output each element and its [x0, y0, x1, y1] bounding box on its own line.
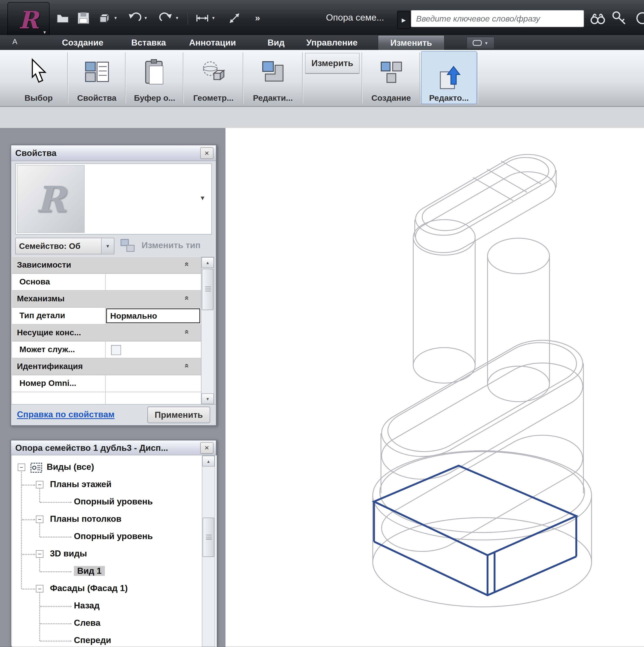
sign-in-button[interactable]	[611, 10, 627, 26]
open-button[interactable]	[55, 10, 71, 26]
tree-item-views[interactable]: − Виды (все)	[12, 459, 202, 476]
drawing-area[interactable]	[225, 128, 644, 647]
toolbar-divider	[188, 12, 189, 25]
tree-item-left[interactable]: Слева	[12, 615, 202, 632]
property-row[interactable]: Тип детали Нормально	[12, 307, 201, 325]
search-input[interactable]	[411, 10, 584, 27]
panel-divider	[302, 53, 303, 104]
undo-button[interactable]	[126, 10, 143, 26]
ribbon-panel-measure: Измерить	[303, 50, 361, 105]
properties-scrollbar[interactable]: ▲ ▼	[201, 257, 214, 405]
apply-button[interactable]: Применить	[147, 407, 210, 423]
chevron-down-icon[interactable]: ▼	[211, 16, 216, 20]
property-group[interactable]: Несущие конс... «	[12, 325, 201, 341]
expander-icon[interactable]: −	[36, 585, 43, 592]
property-group[interactable]: Механизмы «	[12, 291, 201, 307]
undo-icon	[127, 11, 142, 25]
properties-palette-title[interactable]: Свойства	[11, 145, 216, 161]
revit-logo: R	[18, 6, 39, 34]
chevron-down-icon[interactable]: ▼	[144, 16, 148, 20]
measure-panel-header[interactable]: Измерить	[305, 53, 360, 74]
property-row-partial	[12, 392, 201, 405]
scrollbar-thumb[interactable]	[202, 269, 214, 310]
geometry-button[interactable]	[185, 52, 242, 92]
views-icon	[30, 462, 43, 473]
collapse-chevron-icon[interactable]: «	[183, 330, 192, 334]
create-button[interactable]	[363, 52, 419, 92]
property-row[interactable]: Может служ...	[12, 341, 201, 358]
tree-item-elevations[interactable]: − Фасады (Фасад 1)	[12, 580, 202, 597]
browser-scrollbar[interactable]: ▲	[202, 455, 215, 647]
redo-button[interactable]	[158, 10, 174, 26]
tree-item-ref-level-2[interactable]: Опорный уровень	[12, 528, 202, 545]
select-button[interactable]	[10, 52, 67, 92]
collapse-chevron-icon[interactable]: «	[183, 262, 192, 267]
expander-icon[interactable]: −	[36, 481, 43, 488]
account-button[interactable]	[633, 10, 644, 26]
property-group[interactable]: Зависимости «	[12, 257, 201, 274]
expand-toolbar-button[interactable]: »	[249, 10, 266, 26]
application-menu-button[interactable]: R ▼	[7, 2, 50, 39]
tree-item-3d-views[interactable]: − 3D виды	[12, 545, 202, 563]
chevron-down-icon[interactable]: ▼	[114, 16, 118, 20]
property-row[interactable]: Основа	[12, 274, 201, 290]
expander-icon[interactable]: −	[18, 463, 25, 471]
expander-icon[interactable]: −	[36, 515, 43, 523]
ribbon-panel-select: Выбор	[10, 50, 67, 105]
tree-item-ref-level[interactable]: Опорный уровень	[12, 493, 202, 511]
save-icon	[76, 11, 91, 25]
measure-tool-button[interactable]	[226, 10, 242, 26]
detail-type-value-input[interactable]: Нормально	[106, 308, 200, 323]
close-icon[interactable]: ×	[200, 442, 213, 453]
properties-help-link[interactable]: Справка по свойствам	[17, 410, 115, 419]
chevron-down-icon[interactable]: ▼	[199, 194, 206, 201]
edit-type-label: Изменить тип	[142, 240, 201, 250]
expander-icon[interactable]: −	[36, 550, 43, 558]
tab-create[interactable]: Создание	[62, 35, 103, 50]
tree-item-floor-plans[interactable]: − Планы этажей	[12, 476, 202, 493]
export-button[interactable]	[96, 10, 112, 26]
scroll-up-icon[interactable]: ▲	[202, 257, 214, 268]
panel-divider	[362, 53, 362, 104]
property-row[interactable]: Номер Omni...	[12, 375, 201, 392]
edit-button[interactable]	[244, 52, 301, 92]
ribbon-tab-row: А Создание Вставка Аннотации Вид Управле…	[0, 35, 644, 50]
tab-manage[interactable]: Управление	[306, 35, 358, 50]
type-selector-combo[interactable]: Семейство: Об ▼	[15, 238, 115, 254]
properties-button[interactable]	[69, 52, 125, 92]
scrollbar-thumb[interactable]	[203, 518, 214, 557]
edit-icon	[260, 60, 286, 84]
search-button[interactable]	[589, 10, 606, 26]
close-icon[interactable]: ×	[200, 147, 213, 159]
window-title: Опора семе...	[314, 12, 396, 23]
tree-item-front[interactable]: Спереди	[12, 632, 202, 647]
redo-icon	[158, 11, 173, 25]
model-wireframe	[225, 128, 644, 647]
checkbox[interactable]	[111, 345, 121, 355]
panel-divider	[125, 53, 126, 104]
scroll-up-icon[interactable]: ▲	[202, 456, 215, 466]
property-group[interactable]: Идентификация «	[12, 358, 201, 375]
save-button[interactable]	[75, 10, 91, 26]
tree-item-view-1[interactable]: Вид 1	[12, 563, 202, 580]
aligned-dimension-button[interactable]	[194, 10, 211, 26]
project-browser-tree: − Виды (все) − Планы этажей Опорный уров…	[12, 455, 217, 647]
collapse-chevron-icon[interactable]: «	[183, 296, 192, 300]
tab-modify[interactable]: Изменить	[378, 35, 445, 50]
title-expand-button[interactable]: ▶	[397, 11, 410, 29]
tree-item-ceiling-plans[interactable]: − Планы потолков	[12, 511, 202, 528]
ribbon-state-dropdown[interactable]: ▼	[467, 37, 495, 49]
tab-annotate[interactable]: Аннотации	[189, 35, 236, 50]
clipboard-button[interactable]	[127, 52, 182, 92]
tab-view[interactable]: Вид	[268, 35, 285, 50]
project-browser-title[interactable]: Опора семейство 1 дубль3 - Дисп...	[11, 440, 216, 455]
scroll-down-icon[interactable]: ▼	[202, 393, 214, 404]
tab-insert[interactable]: Вставка	[131, 35, 166, 50]
chevron-down-icon[interactable]: ▼	[175, 16, 179, 20]
edit-type-button[interactable]	[119, 238, 138, 254]
aligned-dimension-icon	[195, 11, 210, 25]
collapse-chevron-icon[interactable]: «	[183, 363, 192, 368]
family-preview[interactable]: R ▼	[15, 163, 212, 234]
open-folder-icon	[55, 11, 70, 25]
tree-item-back[interactable]: Назад	[12, 597, 202, 615]
